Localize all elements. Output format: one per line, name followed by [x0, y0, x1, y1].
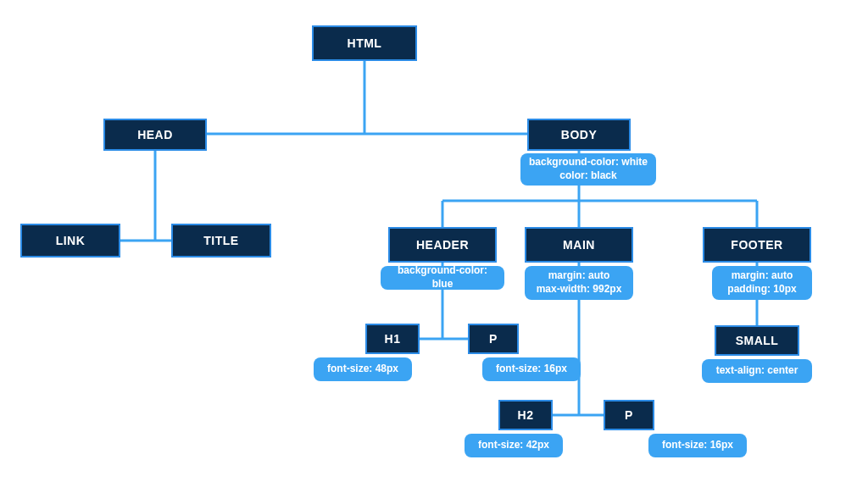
node-h1-label: H1 — [385, 332, 401, 346]
node-main-label: MAIN — [563, 238, 595, 252]
node-html-label: HTML — [348, 36, 382, 50]
css-main-line2: max-width: 992px — [537, 283, 622, 296]
css-main: margin: auto max-width: 992px — [525, 266, 633, 300]
node-header: HEADER — [388, 227, 497, 263]
css-p-main-line: font-size: 16px — [662, 439, 733, 452]
node-html: HTML — [312, 25, 417, 61]
node-title-label: TITLE — [203, 234, 238, 247]
node-small: SMALL — [715, 325, 799, 356]
node-link: LINK — [20, 224, 120, 258]
node-h2-label: H2 — [518, 408, 534, 422]
node-footer-label: FOOTER — [731, 238, 782, 252]
css-h1: font-size: 48px — [314, 357, 412, 381]
css-h2: font-size: 42px — [465, 434, 563, 457]
css-p-main: font-size: 16px — [648, 434, 747, 457]
css-header: background-color: blue — [381, 266, 504, 290]
node-h1: H1 — [365, 324, 420, 354]
css-small: text-align: center — [702, 359, 812, 383]
node-p-header-label: P — [489, 332, 498, 346]
css-footer-line1: margin: auto — [732, 269, 793, 283]
css-body-line1: background-color: white — [529, 156, 648, 169]
node-h2: H2 — [498, 400, 553, 430]
css-small-line: text-align: center — [716, 364, 798, 378]
css-p-header-line: font-size: 16px — [496, 363, 567, 376]
css-main-line1: margin: auto — [548, 269, 610, 283]
css-body: background-color: white color: black — [520, 153, 656, 186]
css-h1-line: font-size: 48px — [327, 363, 398, 376]
css-header-line: background-color: blue — [387, 264, 498, 291]
css-body-line2: color: black — [559, 169, 616, 183]
node-link-label: LINK — [56, 234, 86, 247]
node-p-main: P — [604, 400, 654, 430]
node-main: MAIN — [525, 227, 633, 263]
node-body: BODY — [527, 119, 631, 151]
css-footer-line2: padding: 10px — [727, 283, 796, 296]
node-head-label: HEAD — [137, 128, 173, 141]
node-body-label: BODY — [561, 128, 597, 141]
node-title: TITLE — [171, 224, 271, 258]
node-header-label: HEADER — [416, 238, 469, 252]
css-h2-line: font-size: 42px — [478, 439, 549, 452]
node-p-main-label: P — [625, 408, 633, 422]
node-footer: FOOTER — [703, 227, 811, 263]
node-small-label: SMALL — [736, 334, 779, 347]
css-p-header: font-size: 16px — [482, 357, 581, 381]
node-p-header: P — [468, 324, 519, 354]
css-footer: margin: auto padding: 10px — [712, 266, 812, 300]
node-head: HEAD — [103, 119, 207, 151]
